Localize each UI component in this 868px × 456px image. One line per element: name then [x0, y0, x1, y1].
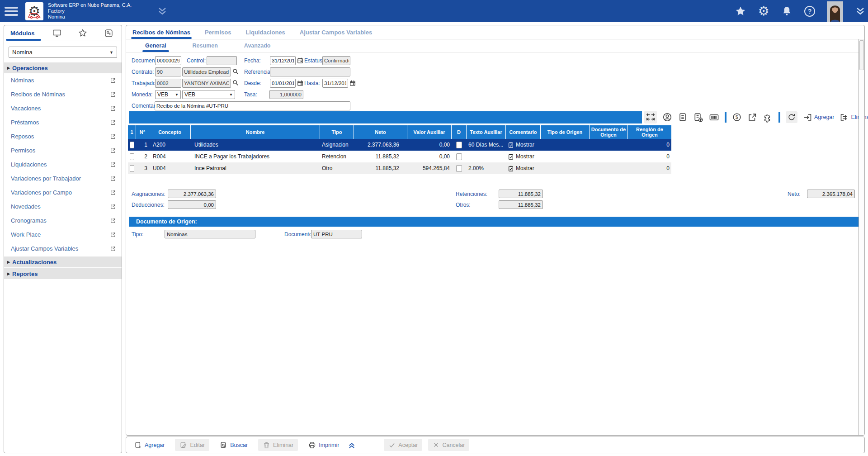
sidebar-item-reposos[interactable]: Reposos [4, 129, 122, 143]
sidebar-item-variaciones-por-campo[interactable]: Variaciones por Campo [4, 185, 122, 200]
row-select-checkbox[interactable] [130, 165, 134, 172]
favorites-star-icon[interactable] [735, 5, 746, 17]
refresh-icon[interactable] [786, 111, 797, 123]
table-row[interactable]: 2 R004 INCE a Pagar los Trabajadores Ret… [128, 151, 671, 162]
comentario-field[interactable] [155, 101, 350, 110]
document-add-icon[interactable] [693, 112, 703, 123]
barcode-icon[interactable] [709, 112, 719, 123]
calendar-icon[interactable] [297, 80, 303, 86]
user-avatar[interactable] [827, 1, 843, 22]
tab-permisos[interactable]: Permisos [205, 25, 231, 39]
hasta-field[interactable] [322, 79, 348, 88]
subtab-avanzado[interactable]: Avanzado [244, 39, 271, 52]
settings-gear-icon[interactable]: ⚙ [758, 5, 769, 17]
mostrar-comment-button[interactable]: Mostrar [508, 142, 534, 148]
external-link-icon [110, 105, 116, 112]
favorites-outline-star-icon[interactable] [70, 25, 95, 41]
expand-toolbar-chevron-icon[interactable] [348, 441, 356, 449]
imprimir-button[interactable]: Imprimir [304, 439, 344, 451]
sidebar-item-variaciones-por-trabajador[interactable]: Variaciones por Trabajador [4, 171, 122, 185]
sidebar-item-nominas[interactable]: Nóminas [4, 73, 122, 87]
hamburger-menu-icon[interactable] [5, 7, 18, 16]
receipt-form: Documento: Control: Fecha: Estatus: Cont… [126, 56, 864, 112]
desde-field[interactable] [270, 79, 296, 88]
col-renglon-origen[interactable]: Renglón de Origen [628, 125, 671, 139]
deducciones-label: Deducciones: [132, 202, 165, 208]
sidebar-item-recibos-de-nominas[interactable]: Recibos de Nóminas [4, 87, 122, 101]
calendar-icon[interactable] [349, 80, 356, 86]
trabajador-codigo-field[interactable] [155, 79, 181, 88]
concepts-grid: 1 N° Concepto Nombre Tipo Neto Valor Aux… [128, 125, 671, 174]
subtab-general[interactable]: General [145, 39, 166, 52]
col-sel[interactable]: 1 [128, 125, 136, 139]
mostrar-comment-button[interactable]: Mostrar [508, 153, 534, 160]
sidebar-item-work-place[interactable]: Work Place [4, 228, 122, 242]
sidebar-item-permisos[interactable]: Permisos [4, 143, 122, 157]
sidebar-item-prestamos[interactable]: Préstamos [4, 115, 122, 129]
key-window-icon[interactable] [96, 25, 122, 41]
sidebar-section-actualizaciones[interactable]: Actualizaciones [4, 256, 122, 267]
tab-ajustar-campos-variables[interactable]: Ajustar Campos Variables [300, 25, 372, 39]
col-valor-auxiliar[interactable]: Valor Auxiliar [407, 125, 452, 139]
currency-icon[interactable] [732, 112, 742, 122]
fecha-field[interactable] [270, 56, 296, 65]
sidebar-item-liquidaciones[interactable]: Liquidaciones [4, 157, 122, 171]
help-icon[interactable]: ? [804, 5, 816, 17]
col-comentario[interactable]: Comentario [506, 125, 541, 139]
monitor-icon[interactable] [44, 25, 70, 41]
table-row[interactable]: 1 A200 Utilidades Asignacion 2.377.063,3… [128, 139, 671, 151]
buscar-button[interactable]: Buscar [215, 439, 252, 451]
tab-liquidaciones[interactable]: Liquidaciones [245, 25, 285, 39]
sidebar-section-reportes[interactable]: Reportes [4, 267, 122, 279]
sidebar-toggle-chevron-icon[interactable] [854, 5, 866, 17]
d-checkbox[interactable] [456, 142, 462, 148]
document-detail-icon[interactable] [678, 112, 688, 122]
col-neto[interactable]: Neto [354, 125, 407, 139]
row-select-checkbox[interactable] [130, 153, 134, 160]
scrollbar-thumb[interactable] [859, 40, 864, 70]
tab-recibos-de-nominas[interactable]: Recibos de Nóminas [132, 25, 190, 39]
sidebar-section-operaciones[interactable]: Operaciones [4, 62, 122, 73]
moneda-codigo-select[interactable]: VEB▼ [155, 90, 181, 99]
moneda-nombre-select[interactable]: VEB▼ [182, 90, 235, 99]
agregar-button[interactable]: Agregar [130, 439, 169, 451]
d-checkbox[interactable] [456, 153, 462, 160]
col-numero[interactable]: N° [136, 125, 149, 139]
grid-add-row-button[interactable]: Agregar [803, 113, 834, 122]
vertical-scrollbar[interactable] [859, 39, 864, 435]
col-texto-auxiliar[interactable]: Texto Auxiliar [467, 125, 506, 139]
tab-modulos[interactable]: Módulos [4, 25, 44, 41]
sidebar-item-novedades[interactable]: Novedades [4, 200, 122, 214]
col-tipo[interactable]: Tipo [320, 125, 354, 139]
documento-field[interactable] [155, 56, 181, 65]
d-checkbox[interactable] [456, 165, 462, 172]
mostrar-comment-button[interactable]: Mostrar [508, 165, 534, 172]
col-concepto[interactable]: Concepto [149, 125, 191, 139]
calendar-icon[interactable] [297, 57, 303, 64]
col-tipo-origen[interactable]: Tipo de Origen [541, 125, 590, 139]
export-icon[interactable] [747, 112, 757, 122]
resize-columns-icon[interactable] [644, 111, 657, 124]
row-select-checkbox[interactable] [130, 142, 134, 148]
module-select[interactable]: Nomina ▼ [9, 47, 117, 58]
document-tabs: Recibos de Nóminas Permisos Liquidacione… [126, 25, 864, 39]
sidebar-item-vacaciones[interactable]: Vacaciones [4, 101, 122, 115]
header-collapse-chevron-icon[interactable] [157, 6, 168, 17]
col-nombre[interactable]: Nombre [191, 125, 320, 139]
control-label: Control: [187, 57, 206, 64]
aceptar-button: Aceptar [384, 439, 422, 451]
sidebar-item-ajustar-campos-variables[interactable]: Ajustar Campos Variables [4, 242, 122, 256]
search-icon[interactable] [232, 68, 239, 75]
contrato-codigo-field[interactable] [155, 67, 181, 76]
col-d[interactable]: D [452, 125, 467, 139]
deducciones-field [168, 200, 216, 209]
plugin-puzzle-icon[interactable] [763, 112, 773, 123]
referencia-label: Referencia: [244, 69, 272, 75]
search-icon[interactable] [232, 80, 239, 86]
worker-profile-icon[interactable] [662, 112, 672, 122]
table-row[interactable]: 3 U004 Ince Patronal Otro 11.885,32 594.… [128, 162, 671, 174]
subtab-resumen[interactable]: Resumen [193, 39, 218, 52]
sidebar-item-cronogramas[interactable]: Cronogramas [4, 214, 122, 228]
notifications-bell-icon[interactable] [781, 5, 793, 17]
col-documento-origen[interactable]: Documento de Origen [590, 125, 628, 139]
